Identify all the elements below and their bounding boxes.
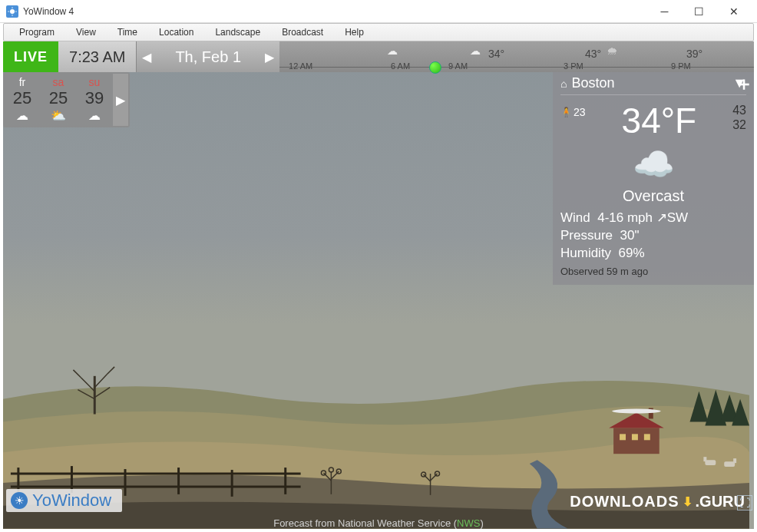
home-icon: ⌂: [560, 78, 567, 90]
fullscreen-button[interactable]: ⛶: [737, 495, 752, 511]
forecast-credit: Forecast from National Weather Service (…: [0, 517, 757, 529]
top-controls: LIVE 7:23 AM ◀ Th, Feb 1 ▶ 12 AM ☁ 6 AM …: [3, 41, 754, 72]
location-selector[interactable]: ⌂ Boston ▼: [560, 72, 746, 95]
minimize-button[interactable]: ─: [647, 1, 682, 22]
tick-3pm: 3 PM: [564, 61, 583, 71]
menu-location[interactable]: Location: [150, 25, 203, 39]
day-label: su: [78, 76, 111, 88]
forecast-day-fr[interactable]: fr 25 ☁: [5, 74, 40, 126]
timeline-temp-2: 43°: [585, 48, 601, 60]
forecast-strip: fr 25 ☁ sa 25 ⛅ su 39 ☁ ▶: [3, 72, 130, 127]
svg-rect-14: [620, 435, 626, 441]
expand-forecast-button[interactable]: ▶: [113, 74, 128, 126]
svg-point-18: [612, 409, 661, 414]
day-temp: 25: [42, 88, 74, 108]
menu-help[interactable]: Help: [336, 25, 373, 39]
svg-rect-45: [733, 459, 736, 464]
day-label: fr: [6, 76, 38, 88]
credit-prefix: Forecast from National Weather Service (: [273, 517, 457, 529]
timeline-temp-1: 34°: [488, 48, 504, 60]
timeline-slider[interactable]: [429, 61, 441, 74]
nws-link[interactable]: NWS: [457, 517, 480, 529]
window-title: YoWindow 4: [23, 6, 647, 17]
next-day-button[interactable]: ▶: [259, 41, 279, 72]
pressure-label: Pressure: [560, 228, 613, 243]
app-icon: [6, 5, 18, 18]
observed-text: Observed 59 m ago: [560, 263, 746, 277]
cloud-icon: ☁: [78, 108, 111, 122]
feels-like-value: 23: [574, 106, 586, 118]
day-temp: 25: [6, 88, 38, 108]
credit-suffix: ): [480, 517, 483, 529]
humidity-value: 69%: [619, 246, 645, 260]
forecast-day-sa[interactable]: sa 25 ⛅: [41, 74, 76, 126]
svg-rect-12: [613, 428, 659, 454]
prev-day-button[interactable]: ◀: [137, 41, 157, 72]
current-temp: 34°F: [586, 100, 733, 141]
low-temp: 32: [732, 117, 746, 132]
day-temp: 39: [78, 88, 111, 108]
weather-panel: ⌂ Boston ▼ ＋ 🧍 23 34°F 43 32 ☁️ Overcast…: [553, 72, 754, 285]
wind-label: Wind: [560, 210, 590, 225]
wind-value: 4-16 mph ↗SW: [597, 210, 688, 225]
live-button[interactable]: LIVE: [3, 41, 58, 72]
svg-line-11: [107, 367, 114, 375]
timeline[interactable]: 12 AM ☁ 6 AM 9 AM ☁ 34° 3 PM 43° 🌧 9 PM …: [279, 41, 754, 72]
menubar: Program View Time Location Landscape Bro…: [3, 23, 754, 41]
feels-like: 🧍 23: [560, 100, 586, 118]
person-icon: 🧍: [560, 107, 572, 117]
forecast-day-su[interactable]: su 39 ☁: [77, 74, 112, 126]
pressure-value: 30": [620, 228, 639, 243]
maximize-button[interactable]: ☐: [682, 1, 716, 22]
timeline-temp-3: 39°: [686, 48, 702, 60]
svg-rect-43: [703, 458, 706, 462]
partly-cloudy-icon: ⛅: [42, 108, 74, 122]
high-temp: 43: [732, 103, 746, 117]
svg-line-10: [73, 370, 81, 378]
condition-icon: ☁️: [560, 141, 746, 187]
condition-text: Overcast: [560, 187, 746, 210]
humidity-label: Humidity: [560, 246, 611, 260]
downloads-guru-watermark: DOWNLOADS ⬇ .GURU: [570, 493, 745, 511]
downloads-text: DOWNLOADS: [570, 493, 679, 511]
add-location-button[interactable]: ＋: [734, 72, 754, 95]
menu-broadcast[interactable]: Broadcast: [273, 25, 332, 39]
svg-point-0: [10, 9, 15, 14]
tick-9pm: 9 PM: [671, 61, 691, 71]
menu-time[interactable]: Time: [108, 25, 147, 39]
clock-display[interactable]: 7:23 AM: [58, 41, 137, 72]
tick-6am: 6 AM: [391, 61, 410, 71]
location-name: Boston: [571, 75, 614, 91]
download-arrow-icon: ⬇: [683, 494, 693, 509]
rain-icon: 🌧: [607, 45, 617, 57]
cloud-icon: ☁: [470, 45, 481, 57]
tick-12am: 12 AM: [289, 61, 312, 71]
svg-rect-16: [644, 435, 650, 441]
date-display[interactable]: Th, Feb 1: [157, 41, 259, 72]
cloud-icon: ☁: [387, 45, 398, 57]
app-name: YoWindow: [32, 491, 111, 511]
menu-landscape[interactable]: Landscape: [206, 25, 269, 39]
svg-rect-44: [724, 462, 735, 468]
app-branding[interactable]: ☀ YoWindow: [6, 489, 122, 512]
svg-line-7: [94, 375, 107, 388]
menu-program[interactable]: Program: [10, 25, 64, 39]
menu-view[interactable]: View: [67, 25, 105, 39]
cloud-icon: ☁: [6, 108, 38, 122]
svg-rect-15: [632, 435, 638, 441]
tick-9am: 9 AM: [448, 61, 468, 71]
close-button[interactable]: ✕: [716, 1, 751, 22]
sun-icon: ☀: [11, 492, 28, 509]
svg-rect-42: [705, 461, 716, 466]
titlebar: YoWindow 4 ─ ☐ ✕: [0, 0, 757, 23]
day-label: sa: [42, 76, 74, 88]
